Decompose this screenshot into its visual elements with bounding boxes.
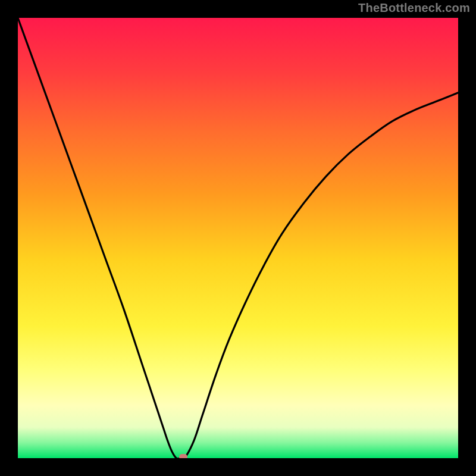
plot-area xyxy=(18,18,458,458)
chart-container: TheBottleneck.com xyxy=(0,0,476,476)
watermark-text: TheBottleneck.com xyxy=(358,1,470,15)
chart-svg xyxy=(18,18,458,458)
optimum-marker xyxy=(179,454,187,458)
gradient-background xyxy=(18,18,458,458)
